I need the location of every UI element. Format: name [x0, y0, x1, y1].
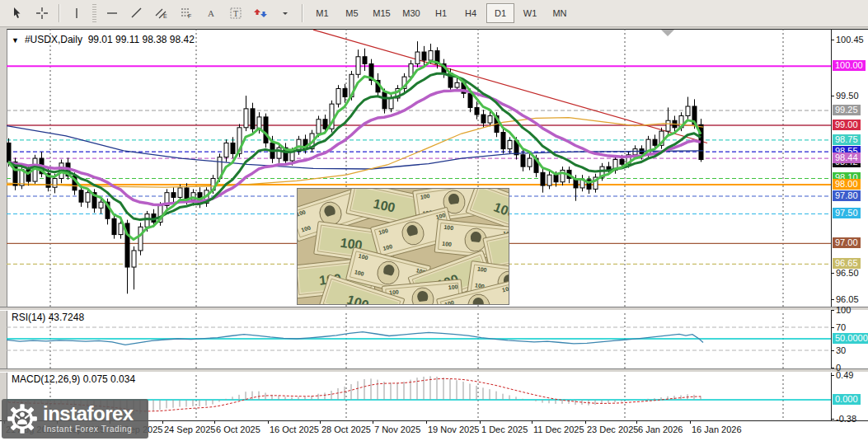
price-axis-badge-97.50: 97.50 [833, 208, 861, 218]
rsi-label: RSI(14) 43.7248 [12, 312, 84, 323]
equidistant-channel-icon: E [155, 7, 168, 20]
candle [363, 57, 367, 64]
price-axis-tick [831, 299, 834, 300]
timeframe-button-MN[interactable]: MN [546, 3, 574, 23]
candle [389, 98, 393, 109]
vertical-line-icon [70, 7, 83, 20]
candle [521, 155, 525, 167]
price-axis-badge-97.80: 97.80 [833, 190, 861, 201]
time-axis-tick [373, 421, 373, 424]
price-axis-badge-50.0000: 50.0000 [833, 333, 868, 344]
price-axis-label--0.38: -0.38 [836, 414, 856, 425]
time-axis-tick [268, 421, 269, 424]
timeframe-button-H4[interactable]: H4 [457, 3, 485, 23]
tool-button-equidistant-channel[interactable]: E [150, 2, 173, 24]
toolbar-drag-handle[interactable] [92, 4, 96, 22]
tool-button-horizontal-line[interactable] [101, 2, 124, 24]
candle [264, 117, 268, 143]
tool-button-fibonacci-retracement[interactable]: F [175, 2, 198, 24]
timeframe-button-M5[interactable]: M5 [338, 3, 366, 23]
price-axis-badge-97.00: 97.00 [833, 237, 861, 248]
toolbar-separator [59, 4, 60, 22]
price-axis-tick [831, 419, 834, 420]
price-axis-label-96.50: 96.50 [836, 268, 859, 279]
time-axis-label: 1 Dec 2025 [481, 425, 528, 434]
tool-button-dropdown-caret[interactable] [274, 2, 297, 24]
candle [317, 120, 321, 134]
timeframe-button-M1[interactable]: M1 [308, 3, 336, 23]
time-axis-label: 6 Oct 2025 [216, 425, 260, 434]
tool-button-text-label[interactable]: T [224, 2, 247, 24]
candle [686, 106, 690, 115]
symbol-dropdown-icon[interactable]: ▼ [12, 36, 19, 45]
candle [53, 178, 57, 187]
macd-label: MACD(12,26,9) 0.075 0.034 [12, 373, 135, 385]
price-axis-tick [831, 310, 834, 311]
macd-pane-splitter[interactable] [0, 368, 868, 373]
candle [422, 52, 426, 60]
price-axis-tick [831, 375, 834, 376]
price-axis-badge-100.00: 100.00 [833, 60, 866, 71]
candle [547, 175, 551, 185]
candle [455, 82, 459, 87]
instaforex-watermark: instaforex Instant Forex Trading [2, 399, 148, 439]
candle [528, 158, 532, 167]
candle [323, 120, 327, 129]
timeframe-button-M30[interactable]: M30 [397, 3, 425, 23]
rsi-pane-splitter[interactable] [0, 307, 868, 311]
descending-trendline [313, 30, 707, 143]
tool-button-vertical-line[interactable] [65, 2, 88, 24]
tool-button-crosshair[interactable] [30, 2, 54, 24]
candle [79, 190, 83, 202]
symbol-label: #USDX,Daily [25, 34, 82, 45]
fibonacci-retracement-icon: F [180, 7, 193, 20]
time-axis-tick [320, 421, 321, 424]
timeframe-button-H1[interactable]: H1 [427, 3, 455, 23]
candle [488, 115, 492, 123]
candle [336, 88, 340, 104]
watermark-tagline: Instant Forex Trading [43, 425, 134, 434]
timeframe-button-M15[interactable]: M15 [368, 3, 396, 23]
timeframe-button-W1[interactable]: W1 [516, 3, 544, 23]
svg-text:100: 100 [442, 241, 452, 247]
candle [415, 52, 420, 63]
tool-button-cursor[interactable] [6, 2, 29, 24]
svg-text:100: 100 [443, 224, 453, 231]
time-axis-label: 16 Oct 2025 [270, 425, 319, 434]
svg-text:T: T [233, 9, 238, 18]
candle [343, 88, 347, 96]
candle [7, 143, 11, 162]
price-axis-badge-99.25: 99.25 [833, 105, 861, 115]
price-axis-label-99.50: 99.50 [836, 91, 859, 101]
price-axis-badge-99.00: 99.00 [833, 120, 861, 130]
price-axis-badge-98.00: 98.00 [833, 179, 861, 190]
toolbar: EFATM1M5M15M30H1H4D1W1MN [0, 0, 868, 27]
cursor-icon [11, 7, 24, 20]
tool-button-trendline[interactable] [125, 2, 148, 24]
mt4-chart-window: EFATM1M5M15M30H1H4D1W1MN 21 Aug 20252 Se… [0, 0, 868, 441]
svg-text:A: A [208, 8, 214, 18]
candle [541, 172, 545, 185]
candle [171, 193, 176, 198]
candle [244, 109, 248, 128]
price-axis-tick [831, 40, 834, 40]
rsi-pane[interactable] [7, 309, 831, 368]
price-axis-badge-98.44: 98.44 [833, 152, 861, 163]
time-axis-label: 23 Dec 2025 [587, 425, 638, 434]
crosshair-icon [35, 7, 49, 20]
time-axis-label: 28 Oct 2025 [321, 425, 371, 434]
timeframe-button-D1[interactable]: D1 [486, 3, 514, 23]
candle [112, 218, 116, 234]
price-axis-tick [831, 273, 834, 274]
candle [178, 188, 182, 197]
time-axis-label: 16 Jan 2026 [692, 425, 742, 434]
tool-button-text[interactable]: A [199, 2, 223, 24]
ohlc-values: 99.01 99.11 98.38 98.42 [88, 34, 195, 45]
time-axis-tick [162, 421, 163, 424]
candle [508, 141, 512, 149]
price-axis-label-0.49: 0.49 [836, 370, 853, 381]
candle [468, 93, 472, 107]
tool-button-arrow-objects[interactable] [249, 2, 272, 24]
candle [653, 139, 657, 145]
toolbar-separator [302, 4, 303, 22]
